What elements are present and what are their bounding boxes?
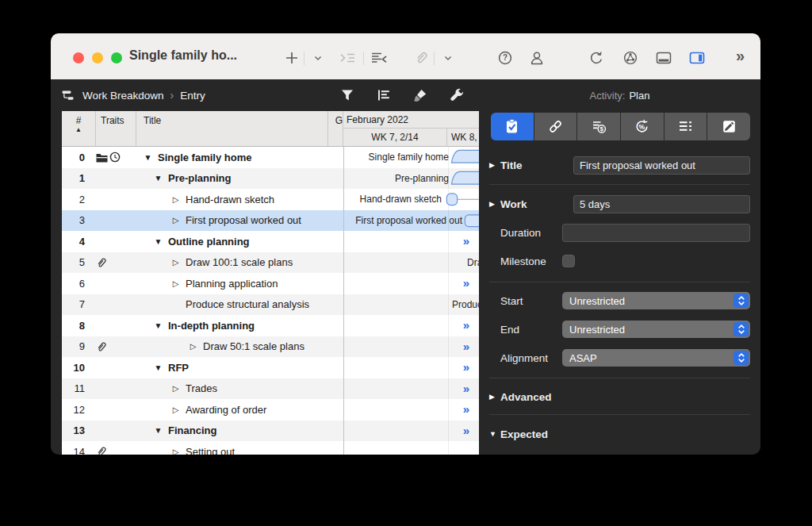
- toggle-bottom-panel-button[interactable]: [654, 49, 673, 67]
- add-item-menu-button[interactable]: [308, 49, 327, 67]
- tab-links-inspector[interactable]: [534, 113, 578, 140]
- start-popup-button[interactable]: Unrestricted: [562, 292, 750, 309]
- bar-offscreen-right-icon[interactable]: »: [463, 340, 469, 353]
- minimize-window-button[interactable]: [92, 52, 103, 63]
- tab-progress-inspector[interactable]: %: [621, 113, 665, 140]
- table-row[interactable]: 13 ▼ Financing »: [62, 420, 479, 442]
- disclosure-triangle-icon[interactable]: ▷: [170, 447, 181, 455]
- row-title-cell[interactable]: ▼ Outline planning: [136, 236, 328, 248]
- outdent-button[interactable]: [370, 49, 389, 67]
- task-bar-start[interactable]: [446, 189, 479, 210]
- duration-input[interactable]: [562, 224, 750, 242]
- attachment-button[interactable]: [412, 49, 431, 67]
- disclosure-triangle-icon[interactable]: ▷: [170, 384, 181, 393]
- gantt-cell[interactable]: Produce structural analysis: [343, 294, 479, 316]
- toggle-inspector-button[interactable]: [688, 49, 707, 67]
- table-row[interactable]: 5 ▷ Draw 100:1 scale plans Draw 100:1 sc…: [62, 252, 479, 274]
- disclosure-triangle-icon[interactable]: ▷: [170, 195, 181, 204]
- bar-offscreen-right-icon[interactable]: »: [463, 234, 469, 248]
- tab-notes-inspector[interactable]: [707, 113, 750, 140]
- summary-bar-start[interactable]: [450, 147, 479, 168]
- row-title-cell[interactable]: ▼ In-depth planning: [136, 320, 328, 332]
- row-title-cell[interactable]: ▷ Trades: [136, 382, 328, 394]
- disclosure-triangle-icon[interactable]: ▷: [170, 405, 181, 414]
- attachment-menu-button[interactable]: [439, 49, 458, 67]
- table-row[interactable]: 6 ▷ Planning application »: [62, 273, 479, 294]
- breadcrumb-view[interactable]: Work Breakdown: [82, 90, 164, 102]
- row-title-cell[interactable]: ▷ Hand-drawn sketch: [136, 194, 328, 205]
- bar-offscreen-right-icon[interactable]: »: [463, 276, 469, 290]
- bar-offscreen-right-icon[interactable]: »: [463, 402, 469, 416]
- disclosure-triangle-icon[interactable]: ▷: [170, 216, 181, 225]
- tab-task-inspector[interactable]: [491, 113, 534, 140]
- gantt-cell[interactable]: »: [343, 231, 479, 252]
- table-row[interactable]: 4 ▼ Outline planning »: [62, 231, 479, 252]
- indent-button[interactable]: [338, 49, 357, 67]
- summary-bar-start[interactable]: [450, 168, 479, 190]
- disclosure-triangle-icon[interactable]: ▼: [153, 321, 163, 330]
- timeline-month-header[interactable]: February 2022: [343, 111, 479, 129]
- add-item-button[interactable]: [282, 49, 301, 67]
- settings-button[interactable]: [449, 87, 465, 103]
- gantt-cell[interactable]: »: [343, 273, 479, 294]
- row-title-cell[interactable]: ▷ Awarding of order: [136, 404, 328, 416]
- row-title-cell[interactable]: ▷ Draw 100:1 scale plans: [136, 256, 328, 268]
- bar-offscreen-right-icon[interactable]: »: [463, 382, 469, 395]
- column-header-traits[interactable]: Traits: [96, 111, 136, 146]
- table-row[interactable]: 7 Produce structural analysis Produce st…: [62, 294, 479, 316]
- row-title-cell[interactable]: ▷ Setting out: [136, 446, 328, 455]
- work-input[interactable]: [573, 195, 750, 213]
- disclosure-triangle-icon[interactable]: ▶: [489, 393, 500, 401]
- row-title-cell[interactable]: ▼ Single family home: [136, 152, 328, 163]
- table-row[interactable]: 9 ▷ Draw 50:1 scale plans »: [62, 336, 479, 358]
- disclosure-triangle-icon[interactable]: ▼: [153, 237, 163, 246]
- disclosure-triangle-icon[interactable]: ▼: [153, 363, 163, 372]
- gantt-cell[interactable]: »: [343, 315, 479, 336]
- resources-button[interactable]: [527, 49, 546, 67]
- gantt-cell[interactable]: »: [343, 420, 479, 442]
- disclosure-triangle-icon[interactable]: ▶: [489, 161, 500, 169]
- toolbar-overflow-button[interactable]: »: [736, 47, 745, 65]
- milestone-checkbox[interactable]: [562, 255, 575, 267]
- table-row[interactable]: 10 ▼ RFP »: [62, 357, 479, 378]
- close-window-button[interactable]: [73, 52, 84, 63]
- bar-offscreen-right-icon[interactable]: »: [463, 360, 469, 374]
- column-header-title[interactable]: Title: [136, 111, 328, 146]
- advanced-section-row[interactable]: ▶ Advanced: [489, 387, 750, 406]
- row-title-cell[interactable]: Produce structural analysis: [136, 298, 328, 310]
- tab-finance-inspector[interactable]: $: [577, 113, 621, 140]
- gantt-cell[interactable]: »: [343, 336, 479, 358]
- gantt-cell[interactable]: [343, 441, 479, 455]
- timeline-week-header[interactable]: WK 8,: [447, 129, 479, 146]
- network-share-button[interactable]: [621, 49, 640, 67]
- zoom-window-button[interactable]: [111, 52, 122, 63]
- gantt-cell[interactable]: »: [343, 357, 479, 378]
- table-row[interactable]: 0 ▼ Single family home Single family hom…: [62, 147, 479, 168]
- row-title-cell[interactable]: ▷ First proposal worked out: [136, 214, 328, 226]
- disclosure-triangle-icon[interactable]: ▷: [170, 258, 181, 267]
- task-bar-start[interactable]: [464, 210, 479, 232]
- table-row[interactable]: 11 ▷ Trades »: [62, 378, 479, 400]
- timeline-header[interactable]: February 2022 WK 7, 2/14 WK 8,: [343, 111, 479, 146]
- gantt-cell[interactable]: »: [343, 399, 479, 420]
- gantt-cell[interactable]: Single family home: [343, 147, 479, 168]
- table-row[interactable]: 2 ▷ Hand-drawn sketch Hand-drawn sketch: [62, 189, 479, 210]
- title-input[interactable]: [573, 156, 750, 175]
- gantt-cell[interactable]: Draw 100:1 scale plans: [343, 252, 479, 274]
- disclosure-triangle-icon[interactable]: ▶: [489, 200, 500, 208]
- breadcrumb-mode[interactable]: Entry: [180, 90, 205, 102]
- disclosure-triangle-icon[interactable]: ▼: [143, 153, 153, 162]
- row-title-cell[interactable]: ▷ Planning application: [136, 278, 328, 290]
- column-header-clipped[interactable]: G: [328, 111, 343, 146]
- disclosure-triangle-icon[interactable]: ▼: [153, 174, 163, 182]
- row-title-cell[interactable]: ▼ Pre-planning: [136, 172, 328, 184]
- disclosure-triangle-icon[interactable]: ▷: [170, 279, 181, 288]
- breadcrumb[interactable]: Work Breakdown › Entry: [62, 79, 205, 111]
- style-button[interactable]: [412, 87, 428, 103]
- timeline-week-header[interactable]: WK 7, 2/14: [343, 129, 447, 146]
- row-title-cell[interactable]: ▼ RFP: [136, 362, 328, 374]
- disclosure-triangle-icon[interactable]: ▷: [188, 342, 198, 351]
- table-row[interactable]: 1 ▼ Pre-planning Pre-planning: [62, 168, 479, 190]
- gantt-cell[interactable]: First proposal worked out: [343, 210, 479, 232]
- sync-button[interactable]: [587, 49, 606, 67]
